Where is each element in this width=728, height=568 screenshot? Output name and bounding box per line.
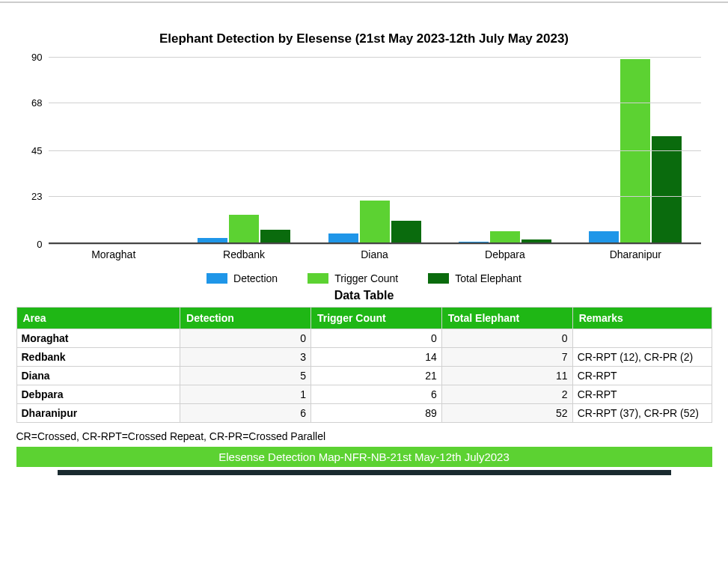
cell-area: Debpara [16,385,180,404]
cell-total: 0 [441,329,572,348]
data-table-title: Data Table [0,289,728,302]
cell-detection: 6 [180,404,311,423]
legend-swatch-detection [207,273,227,284]
gridline [49,150,701,151]
bar-trigger [229,215,259,244]
cell-trigger: 14 [311,348,441,367]
cell-detection: 3 [180,348,311,367]
bar-total [652,136,682,244]
gridline [49,103,701,103]
x-axis-label: Moraghat [49,248,179,260]
cell-trigger: 21 [311,367,441,385]
bar-total [391,221,421,244]
abbreviation-note: CR=Crossed, CR-RPT=Crossed Repeat, CR-PR… [16,430,712,442]
cell-trigger: 0 [311,329,441,348]
cell-area: Dharanipur [16,404,180,423]
cell-remarks: CR-RPT (37), CR-PR (52) [572,404,712,423]
table-header: Detection [180,308,311,329]
gridline [49,57,701,58]
legend-swatch-total [428,273,449,284]
x-axis-label: Dharanipur [570,248,700,260]
bar-trigger [620,59,650,244]
table-row: Redbank3147CR-RPT (12), CR-PR (2) [16,348,712,367]
table-header-row: Area Detection Trigger Count Total Eleph… [16,308,712,329]
cell-total: 11 [441,367,572,385]
cell-total: 52 [441,404,572,423]
table-header: Area [16,308,180,329]
cell-remarks: CR-RPT [572,367,712,385]
cell-remarks: CR-RPT [572,385,712,404]
y-tick-label: 68 [31,97,42,109]
cell-area: Diana [16,367,180,385]
x-axis-label: Diana [309,248,439,260]
cell-area: Redbank [16,348,180,367]
legend-item-total: Total Elephant [428,272,521,284]
legend-swatch-trigger [308,273,328,284]
bar-trigger [360,201,390,244]
cell-trigger: 6 [311,385,441,404]
x-axis-labels: MoraghatRedbankDianaDebparaDharanipur [49,248,701,260]
cell-remarks [572,329,712,348]
chart-plot: 023456890 [49,57,701,244]
table-row: Dharanipur68952CR-RPT (37), CR-PR (52) [16,404,712,423]
cell-detection: 0 [180,329,311,348]
cell-detection: 1 [180,385,311,404]
data-table: Area Detection Trigger Count Total Eleph… [16,307,712,423]
legend-item-trigger: Trigger Count [308,272,398,284]
table-row: Moraghat000 [16,329,712,348]
x-axis-label: Redbank [179,248,309,260]
y-axis: 023456890 [20,57,46,244]
table-header: Trigger Count [311,308,441,329]
gridline [49,196,701,197]
legend-item-detection: Detection [207,272,278,284]
table-row: Diana52111CR-RPT [16,367,712,385]
chart-title: Elephant Detection by Elesense (21st May… [20,31,709,46]
y-tick-label: 23 [31,191,42,202]
x-axis-label: Debpara [440,248,570,260]
table-row: Debpara162CR-RPT [16,385,712,404]
cell-total: 2 [441,385,572,404]
y-tick-label: 45 [31,145,42,156]
cell-detection: 5 [180,367,311,385]
legend-label: Trigger Count [334,272,398,284]
cell-remarks: CR-RPT (12), CR-PR (2) [572,348,712,367]
chart-legend: Detection Trigger Count Total Elephant [20,272,709,284]
legend-label: Total Elephant [455,272,521,284]
gridline [49,244,701,245]
table-header: Total Elephant [441,308,572,329]
map-title-banner: Elesense Detection Map-NFR-NB-21st May-1… [16,447,712,467]
table-header: Remarks [572,308,712,329]
map-fragment [58,469,671,475]
cell-area: Moraghat [16,329,180,348]
y-tick-label: 90 [31,52,42,63]
cell-trigger: 89 [311,404,441,423]
page-root: Elephant Detection by Elesense (21st May… [0,1,728,568]
legend-label: Detection [233,272,278,284]
chart-area: Elephant Detection by Elesense (21st May… [13,3,716,284]
y-tick-label: 0 [37,239,42,250]
cell-total: 7 [441,348,572,367]
